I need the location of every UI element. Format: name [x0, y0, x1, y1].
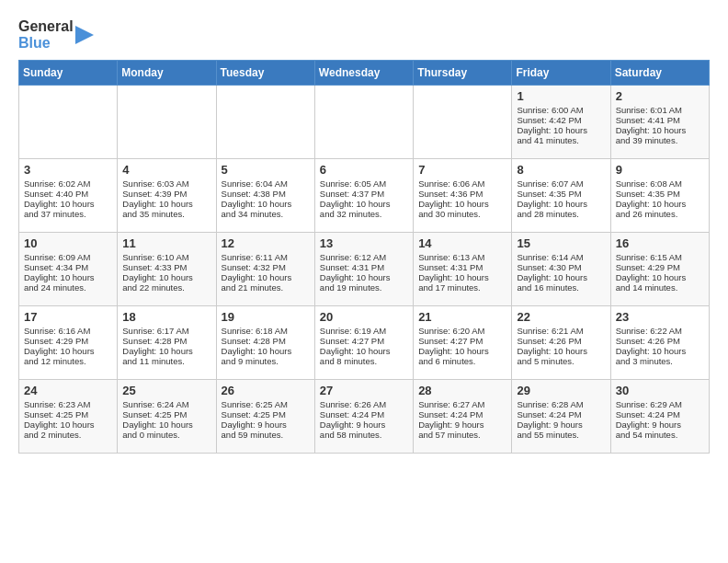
day-info: and 28 minutes. [517, 209, 605, 219]
day-info: Sunset: 4:24 PM [418, 409, 506, 419]
calendar-cell: 30Sunrise: 6:29 AMSunset: 4:24 PMDayligh… [610, 380, 709, 454]
day-info: and 57 minutes. [418, 430, 506, 440]
day-info: and 39 minutes. [616, 135, 704, 145]
calendar-cell: 20Sunrise: 6:19 AMSunset: 4:27 PMDayligh… [314, 306, 413, 380]
day-info: Daylight: 10 hours [320, 199, 408, 209]
day-info: Daylight: 10 hours [222, 272, 310, 282]
weekday-header-monday: Monday [118, 61, 216, 86]
day-info: Sunrise: 6:27 AM [418, 399, 506, 409]
day-number: 7 [418, 163, 506, 177]
day-number: 15 [517, 236, 605, 250]
calendar-cell: 25Sunrise: 6:24 AMSunset: 4:25 PMDayligh… [118, 380, 216, 454]
day-number: 2 [616, 89, 704, 103]
day-info: Sunrise: 6:03 AM [122, 178, 210, 189]
day-info: Sunset: 4:37 PM [320, 189, 408, 199]
calendar-cell: 5Sunrise: 6:04 AMSunset: 4:38 PMDaylight… [216, 159, 314, 233]
calendar-cell: 27Sunrise: 6:26 AMSunset: 4:24 PMDayligh… [314, 380, 413, 454]
day-info: Sunrise: 6:28 AM [517, 399, 605, 409]
calendar-cell: 2Sunrise: 6:01 AMSunset: 4:41 PMDaylight… [610, 86, 709, 159]
day-info: Sunset: 4:38 PM [222, 189, 310, 199]
day-info: Daylight: 10 hours [418, 199, 506, 209]
weekday-header-thursday: Thursday [414, 61, 512, 86]
logo: General Blue [18, 18, 94, 51]
day-info: Sunrise: 6:26 AM [320, 399, 408, 409]
day-info: Daylight: 9 hours [222, 419, 310, 430]
day-info: Sunset: 4:40 PM [24, 189, 112, 199]
day-number: 8 [517, 163, 605, 177]
calendar-cell: 8Sunrise: 6:07 AMSunset: 4:35 PMDaylight… [512, 159, 610, 233]
calendar-cell: 28Sunrise: 6:27 AMSunset: 4:24 PMDayligh… [414, 380, 512, 454]
calendar-cell: 22Sunrise: 6:21 AMSunset: 4:26 PMDayligh… [512, 306, 610, 380]
day-info: Sunset: 4:24 PM [517, 409, 605, 419]
day-info: Sunset: 4:39 PM [122, 189, 210, 199]
day-info: Daylight: 10 hours [222, 199, 310, 209]
calendar-cell: 12Sunrise: 6:11 AMSunset: 4:32 PMDayligh… [216, 233, 314, 306]
calendar-cell: 13Sunrise: 6:12 AMSunset: 4:31 PMDayligh… [314, 233, 413, 306]
day-info: Daylight: 10 hours [616, 346, 704, 356]
calendar-cell [216, 86, 314, 159]
day-info: Sunrise: 6:13 AM [418, 252, 506, 262]
day-number: 5 [222, 163, 310, 177]
day-number: 18 [122, 310, 210, 324]
day-info: and 59 minutes. [222, 430, 310, 440]
day-info: Daylight: 10 hours [24, 346, 112, 356]
calendar-cell: 18Sunrise: 6:17 AMSunset: 4:28 PMDayligh… [118, 306, 216, 380]
day-info: Sunrise: 6:25 AM [222, 399, 310, 409]
day-info: Sunset: 4:27 PM [418, 336, 506, 346]
day-info: Sunrise: 6:17 AM [122, 326, 210, 336]
day-info: Sunrise: 6:19 AM [320, 326, 408, 336]
calendar-cell: 4Sunrise: 6:03 AMSunset: 4:39 PMDaylight… [118, 159, 216, 233]
day-info: and 54 minutes. [616, 430, 704, 440]
day-info: Sunrise: 6:09 AM [24, 252, 112, 262]
day-info: and 2 minutes. [24, 430, 112, 440]
day-number: 6 [320, 163, 408, 177]
page-header: General Blue [18, 18, 710, 51]
day-info: Sunset: 4:28 PM [122, 336, 210, 346]
day-number: 11 [122, 236, 210, 250]
calendar-cell: 11Sunrise: 6:10 AMSunset: 4:33 PMDayligh… [118, 233, 216, 306]
day-info: Sunset: 4:31 PM [418, 262, 506, 272]
calendar-cell [414, 86, 512, 159]
day-info: Daylight: 10 hours [122, 419, 210, 430]
calendar-cell: 16Sunrise: 6:15 AMSunset: 4:29 PMDayligh… [610, 233, 709, 306]
week-row-1: 1Sunrise: 6:00 AMSunset: 4:42 PMDaylight… [19, 86, 710, 159]
day-info: and 5 minutes. [517, 356, 605, 366]
day-number: 22 [517, 310, 605, 324]
day-info: and 0 minutes. [122, 430, 210, 440]
day-number: 30 [616, 384, 704, 397]
weekday-header-wednesday: Wednesday [314, 61, 413, 86]
day-number: 26 [222, 384, 310, 397]
calendar-cell: 19Sunrise: 6:18 AMSunset: 4:28 PMDayligh… [216, 306, 314, 380]
calendar-cell: 7Sunrise: 6:06 AMSunset: 4:36 PMDaylight… [414, 159, 512, 233]
day-info: Sunset: 4:36 PM [418, 189, 506, 199]
day-info: and 24 minutes. [24, 282, 112, 293]
day-info: Sunrise: 6:05 AM [320, 178, 408, 189]
day-info: Sunset: 4:33 PM [122, 262, 210, 272]
day-info: Daylight: 10 hours [517, 346, 605, 356]
day-info: Sunrise: 6:02 AM [24, 178, 112, 189]
day-info: Sunset: 4:25 PM [222, 409, 310, 419]
weekday-header-saturday: Saturday [610, 61, 709, 86]
day-info: Daylight: 10 hours [320, 346, 408, 356]
logo-arrow-icon [75, 21, 94, 49]
day-info: Sunset: 4:25 PM [122, 409, 210, 419]
day-info: Sunset: 4:28 PM [222, 336, 310, 346]
day-number: 10 [24, 236, 112, 250]
day-number: 12 [222, 236, 310, 250]
day-number: 14 [418, 236, 506, 250]
day-info: and 14 minutes. [616, 282, 704, 293]
day-number: 20 [320, 310, 408, 324]
day-number: 16 [616, 236, 704, 250]
day-info: and 26 minutes. [616, 209, 704, 219]
day-info: Sunrise: 6:11 AM [222, 252, 310, 262]
day-info: Sunset: 4:26 PM [616, 336, 704, 346]
weekday-header-tuesday: Tuesday [216, 61, 314, 86]
day-info: Daylight: 9 hours [517, 419, 605, 430]
day-info: and 11 minutes. [122, 356, 210, 366]
day-info: Daylight: 10 hours [517, 199, 605, 209]
calendar-cell: 14Sunrise: 6:13 AMSunset: 4:31 PMDayligh… [414, 233, 512, 306]
day-info: Sunrise: 6:18 AM [222, 326, 310, 336]
day-info: Sunrise: 6:29 AM [616, 399, 704, 409]
calendar-cell: 9Sunrise: 6:08 AMSunset: 4:35 PMDaylight… [610, 159, 709, 233]
day-info: and 41 minutes. [517, 135, 605, 145]
